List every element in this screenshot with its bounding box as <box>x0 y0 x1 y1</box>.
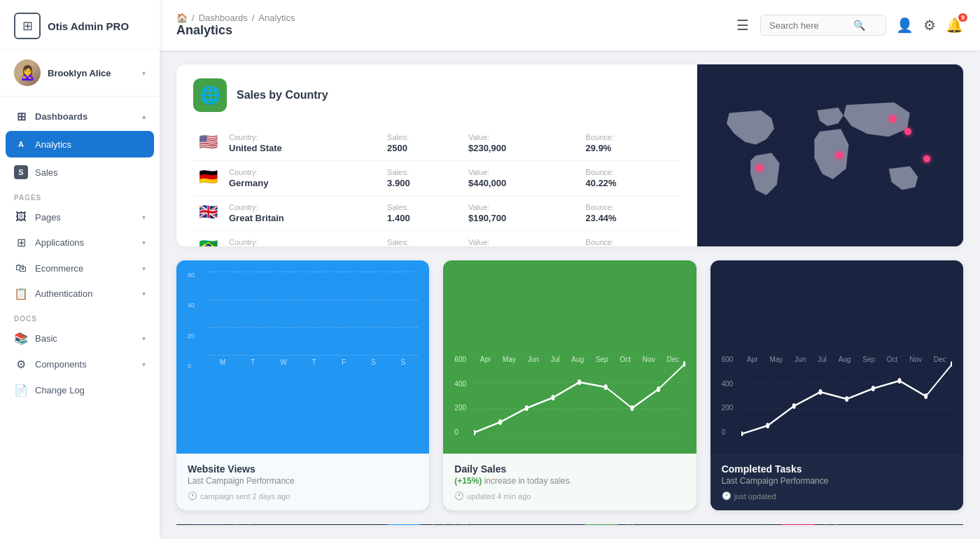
pages-chevron-icon: ▾ <box>142 214 146 221</box>
svg-point-21 <box>845 396 848 402</box>
country-table-row: 🇬🇧 Country: Great Britain Sales: 1.400 V… <box>193 196 680 231</box>
stat-label-3: Followers <box>825 524 860 525</box>
x-label-t2: T <box>312 358 316 366</box>
daily-sales-y-axis: 6004002000 <box>454 356 466 436</box>
svg-point-5 <box>498 419 502 425</box>
grid-lines <box>207 272 418 356</box>
basic-icon: 📚 <box>14 332 28 345</box>
stat-icon-0: 🛋 <box>190 524 224 525</box>
svg-point-10 <box>631 405 634 411</box>
sidebar-item-basic[interactable]: 📚 Basic ▾ <box>0 326 160 351</box>
bar-chart-x-axis: M T W T F S S <box>188 358 418 366</box>
components-label: Components <box>35 359 87 370</box>
daily-sales-chart-area <box>474 356 685 436</box>
applications-chevron-icon: ▾ <box>142 239 146 246</box>
sidebar-item-pages[interactable]: 🖼 Pages ▾ <box>0 204 160 230</box>
country-table-row: 🇧🇷 Country: Brasil Sales: 562 Value: $14… <box>193 231 680 247</box>
components-icon: ⚙ <box>14 358 28 371</box>
sidebar: ⊞ Otis Admin PRO 🙎‍♀️ Brooklyn Alice ▾ ⊞… <box>0 0 160 539</box>
search-box[interactable]: 🔍 <box>760 15 886 36</box>
components-chevron-icon: ▾ <box>142 360 146 368</box>
stat-card-followers: 👤 Followers +91 <box>767 524 963 525</box>
basic-label: Basic <box>35 333 57 344</box>
header: 🏠 / Dashboards / Analytics Analytics ☰ 🔍… <box>160 0 980 50</box>
analytics-letter: A <box>14 137 28 151</box>
breadcrumb-sep1: / <box>192 13 195 23</box>
country-table-row: 🇺🇸 Country: United State Sales: 2500 Val… <box>193 126 680 161</box>
authentication-icon: 📋 <box>14 287 28 300</box>
pages-label: Pages <box>35 212 61 223</box>
sidebar-item-components[interactable]: ⚙ Components ▾ <box>0 351 160 377</box>
svg-point-11 <box>657 386 660 392</box>
changelog-label: Change Log <box>35 385 85 396</box>
daily-sales-svg <box>474 356 685 436</box>
map-dot-europe <box>836 152 843 159</box>
country-table: 🇺🇸 Country: United State Sales: 2500 Val… <box>193 126 680 246</box>
sidebar-user[interactable]: 🙎‍♀️ Brooklyn Alice ▾ <box>0 50 160 97</box>
sales-by-country-title: Sales by Country <box>237 89 328 102</box>
stat-icon-3: 👤 <box>781 524 815 525</box>
completed-tasks-info: Completed Tasks Last Campaign Performanc… <box>710 454 963 510</box>
sidebar-nav: ⊞ Dashboards ▴ A Analytics S Sales PAGES… <box>0 97 160 539</box>
user-profile-icon[interactable]: 👤 <box>896 17 913 34</box>
clock-icon: 🕐 <box>188 491 197 500</box>
svg-point-24 <box>924 393 927 399</box>
sidebar-item-applications[interactable]: ⊞ Applications ▾ <box>0 230 160 255</box>
sidebar-item-sales[interactable]: S Sales <box>0 159 160 186</box>
website-views-info: Website Views Last Campaign Performance … <box>176 454 429 510</box>
clock-icon-2: 🕐 <box>454 491 464 500</box>
sales-letter: S <box>14 165 28 179</box>
breadcrumb-dashboards: Dashboards <box>199 13 248 23</box>
completed-tasks-y-axis: 6004002000 <box>722 356 734 436</box>
svg-point-8 <box>578 379 581 385</box>
hamburger-icon[interactable]: ☰ <box>736 17 749 34</box>
page-title: Analytics <box>176 23 725 38</box>
daily-sales-chart: 6004002000 <box>443 260 696 454</box>
breadcrumb: 🏠 / Dashboards / Analytics <box>176 13 725 23</box>
home-icon: 🏠 <box>176 13 188 23</box>
country-table-row: 🇩🇪 Country: Germany Sales: 3.900 Value: … <box>193 161 680 196</box>
completed-tasks-subtitle: Last Campaign Performance <box>722 476 952 486</box>
docs-section-label: DOCS <box>0 307 160 326</box>
search-icon: 🔍 <box>853 20 865 31</box>
stat-card-bookings: 🛋 Bookings 281 <box>176 524 373 525</box>
completed-tasks-card: 6004002000 <box>710 260 963 510</box>
search-input[interactable] <box>769 20 853 31</box>
sidebar-logo-area: ⊞ Otis Admin PRO <box>0 0 160 50</box>
sidebar-item-changelog[interactable]: 📄 Change Log <box>0 377 160 403</box>
applications-label: Applications <box>35 237 84 248</box>
changelog-icon: 📄 <box>14 384 28 397</box>
website-views-meta: 🕐 campaign sent 2 days ago <box>188 491 418 500</box>
clock-icon-3: 🕐 <box>722 491 732 500</box>
bar-chart-wrapper: 60 40 20 0 <box>188 272 418 370</box>
svg-point-4 <box>474 430 476 435</box>
stat-label-1: Today's Users <box>430 524 483 525</box>
stat-card-today-s-users: 📊 Today's Users 2,300 <box>373 524 570 525</box>
daily-sales-highlight: (+15%) <box>454 476 482 486</box>
website-views-subtitle: Last Campaign Performance <box>188 476 418 486</box>
daily-sales-meta: 🕐 updated 4 min ago <box>454 491 685 500</box>
sidebar-item-analytics[interactable]: A Analytics <box>6 131 154 158</box>
completed-tasks-meta: 🕐 just updated <box>722 491 952 500</box>
world-map-svg <box>697 64 963 246</box>
map-dot-brazil <box>756 164 763 172</box>
sidebar-item-ecommerce[interactable]: 🛍 Ecommerce ▾ <box>0 255 160 281</box>
stats-row: 🛋 Bookings 281 📊 Today's Users 2,300 🏪 R… <box>176 524 963 525</box>
stat-icon-2: 🏪 <box>584 524 618 525</box>
dashboards-chevron-icon: ▴ <box>142 113 146 120</box>
map-dot-asia2 <box>889 115 896 122</box>
stat-icon-1: 📊 <box>387 524 421 525</box>
ecommerce-chevron-icon: ▾ <box>142 265 146 272</box>
svg-point-17 <box>741 431 743 436</box>
settings-icon[interactable]: ⚙ <box>923 17 936 34</box>
applications-icon: ⊞ <box>14 236 28 249</box>
stat-label-0: Bookings <box>234 524 268 525</box>
sidebar-item-authentication[interactable]: 📋 Authentication ▾ <box>0 281 160 307</box>
map-dot-asia3 <box>923 155 930 162</box>
sidebar-item-dashboards[interactable]: ⊞ Dashboards ▴ <box>0 104 160 130</box>
x-label-t1: T <box>251 358 255 366</box>
notifications-icon[interactable]: 🔔 9 <box>946 17 963 34</box>
charts-row: 60 40 20 0 <box>176 260 963 510</box>
bar-chart-bars <box>188 272 418 356</box>
website-views-title: Website Views <box>188 463 418 475</box>
